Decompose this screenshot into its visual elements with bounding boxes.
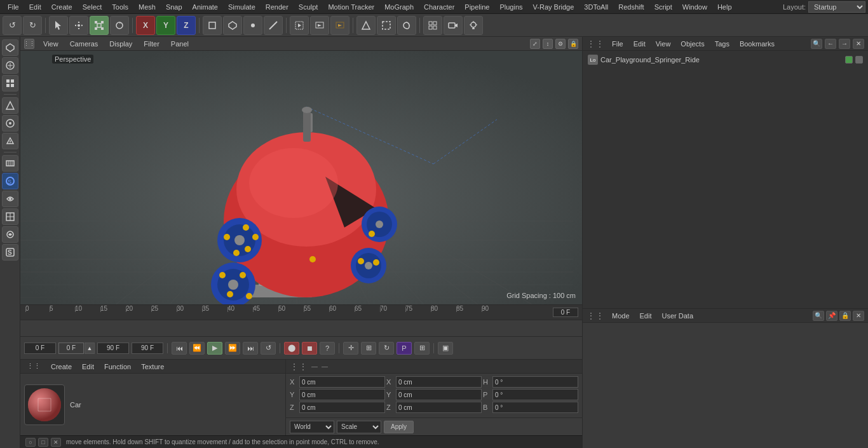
- scale-tool-anim[interactable]: ⊞: [361, 342, 376, 355]
- attrs-pin[interactable]: 📌: [826, 311, 837, 321]
- rot-p-input[interactable]: [492, 389, 578, 400]
- sidebar-btn-4[interactable]: [2, 97, 18, 114]
- menu-help[interactable]: Help: [712, 2, 737, 12]
- rp-menu-bookmarks[interactable]: Bookmarks: [737, 39, 777, 49]
- light-button[interactable]: [464, 16, 483, 35]
- rp-menu-edit[interactable]: Edit: [631, 39, 648, 49]
- menu-script[interactable]: Script: [649, 2, 677, 12]
- camera-view[interactable]: [444, 16, 463, 35]
- attrs-menu-edit[interactable]: Edit: [637, 311, 654, 321]
- viewport-menu-filter[interactable]: Filter: [141, 39, 161, 49]
- rp-menu-file[interactable]: File: [609, 39, 626, 49]
- attrs-search[interactable]: 🔍: [813, 311, 824, 321]
- menu-plugins[interactable]: Plugins: [494, 2, 527, 12]
- transport-prev[interactable]: ⏪: [189, 342, 205, 355]
- undo-button[interactable]: ↺: [3, 16, 22, 35]
- menu-create[interactable]: Create: [46, 2, 78, 12]
- attrs-lock[interactable]: 🔒: [839, 311, 851, 321]
- pos-z-input[interactable]: [299, 402, 385, 413]
- current-frame-display[interactable]: [58, 343, 84, 354]
- grid-tool-anim[interactable]: ⊞: [414, 342, 430, 355]
- frame-end-input[interactable]: [132, 343, 163, 354]
- polygon-mode[interactable]: [223, 16, 242, 35]
- menu-file[interactable]: File: [3, 2, 24, 12]
- render-output[interactable]: [330, 16, 349, 35]
- transport-play[interactable]: ▶: [207, 342, 222, 355]
- viewport-menu-display[interactable]: Display: [107, 39, 135, 49]
- viewport-settings[interactable]: ⚙: [555, 39, 566, 49]
- frame-preview-end-input[interactable]: [97, 343, 129, 354]
- viewport-maximize[interactable]: ⤢: [530, 39, 540, 49]
- paint-tool[interactable]: [356, 16, 376, 35]
- viewport-menu-view[interactable]: View: [41, 39, 61, 49]
- mat-menu-create[interactable]: Create: [48, 362, 74, 372]
- render-region[interactable]: [290, 16, 309, 35]
- menu-mesh[interactable]: Mesh: [133, 2, 161, 12]
- viewport-menu-panel[interactable]: Panel: [168, 39, 191, 49]
- rp-back-icon[interactable]: ←: [825, 39, 836, 49]
- keyframe-record[interactable]: ⬤: [284, 342, 299, 355]
- sidebar-btn-12[interactable]: S: [2, 244, 18, 261]
- scale-y-input[interactable]: [396, 389, 482, 400]
- keyframe-stop[interactable]: ⏹: [302, 342, 317, 355]
- status-icon-3[interactable]: ✕: [51, 438, 61, 447]
- render-anim[interactable]: ▣: [438, 342, 453, 355]
- sidebar-btn-8[interactable]: S: [2, 173, 18, 189]
- menu-window[interactable]: Window: [677, 2, 712, 12]
- edge-mode[interactable]: [264, 16, 283, 35]
- attrs-menu-mode[interactable]: Mode: [609, 311, 632, 321]
- rot-b-input[interactable]: [492, 402, 578, 413]
- grid-view[interactable]: [423, 16, 442, 35]
- scale-x-input[interactable]: [396, 376, 482, 388]
- x-axis-button[interactable]: X: [136, 16, 155, 35]
- rp-close-icon[interactable]: ✕: [853, 39, 864, 49]
- menu-vray[interactable]: V-Ray Bridge: [528, 2, 580, 12]
- mat-menu-function[interactable]: Function: [102, 362, 133, 372]
- rp-forward-icon[interactable]: →: [839, 39, 850, 49]
- mat-menu-dots[interactable]: ⋮⋮: [24, 361, 43, 372]
- menu-mograph[interactable]: MoGraph: [379, 2, 419, 12]
- menu-sculpt[interactable]: Sculpt: [294, 2, 323, 12]
- viewport-menu-cameras[interactable]: Cameras: [67, 39, 101, 49]
- menu-animate[interactable]: Animate: [187, 2, 223, 12]
- rp-menu-view[interactable]: View: [653, 39, 674, 49]
- menu-edit[interactable]: Edit: [24, 2, 46, 12]
- world-dropdown[interactable]: World Local: [290, 421, 334, 433]
- status-icon-1[interactable]: ○: [25, 438, 36, 447]
- rp-menu-objects[interactable]: Objects: [678, 39, 707, 49]
- scale-z-input[interactable]: [396, 402, 482, 413]
- y-axis-button[interactable]: Y: [156, 16, 175, 35]
- z-axis-button[interactable]: Z: [177, 16, 196, 35]
- menu-simulate[interactable]: Simulate: [223, 2, 261, 12]
- viewport[interactable]: Y X Z ⋮⋮ View Cameras Display Filter Pan…: [20, 37, 582, 304]
- apply-button[interactable]: Apply: [384, 421, 414, 433]
- rot-h-input[interactable]: [492, 376, 578, 388]
- selection-rect[interactable]: [377, 16, 396, 35]
- transport-next[interactable]: ⏩: [225, 342, 240, 355]
- sidebar-btn-7[interactable]: [2, 155, 18, 172]
- viewport-lock[interactable]: 🔒: [568, 39, 578, 49]
- pivot-tool-anim[interactable]: P: [397, 342, 412, 355]
- sidebar-btn-6[interactable]: [2, 133, 18, 149]
- pointer-tool[interactable]: [49, 16, 68, 35]
- attrs-close[interactable]: ✕: [853, 311, 864, 321]
- keyframe-help[interactable]: ?: [320, 342, 335, 355]
- menu-tools[interactable]: Tools: [107, 2, 133, 12]
- rotate-tool[interactable]: [110, 16, 129, 35]
- rotate-tool-anim[interactable]: ↻: [379, 342, 394, 355]
- menu-snap[interactable]: Snap: [161, 2, 187, 12]
- frame-start-input[interactable]: [24, 343, 56, 354]
- menu-pipeline[interactable]: Pipeline: [459, 2, 494, 12]
- sidebar-btn-9[interactable]: [2, 191, 18, 207]
- transport-end[interactable]: ⏭: [243, 342, 258, 355]
- move-tool[interactable]: [69, 16, 88, 35]
- point-mode[interactable]: [243, 16, 262, 35]
- redo-button[interactable]: ↻: [23, 16, 42, 35]
- menu-character[interactable]: Character: [419, 2, 459, 12]
- scale-tool[interactable]: [90, 16, 109, 35]
- menu-motion-tracker[interactable]: Motion Tracker: [323, 2, 379, 12]
- sidebar-btn-11[interactable]: [2, 226, 18, 243]
- sidebar-btn-2[interactable]: [2, 57, 18, 74]
- menu-render[interactable]: Render: [261, 2, 294, 12]
- material-preview-ball[interactable]: [24, 384, 65, 425]
